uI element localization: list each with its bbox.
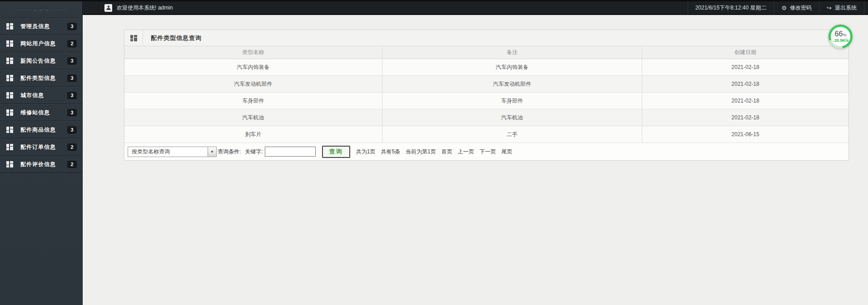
count-badge: 3 <box>67 23 77 30</box>
grid-icon <box>6 75 13 81</box>
count-badge: 3 <box>67 109 77 117</box>
sidebar-item-label: 配件评价信息 <box>20 161 67 168</box>
cell-note: 汽车内饰装备 <box>382 59 642 75</box>
prev-page-link[interactable]: 上一页 <box>458 148 474 156</box>
top-strip <box>0 0 868 1</box>
grid-icon <box>6 109 13 116</box>
download-speed-text: ↓20.5K/s <box>832 39 848 43</box>
cell-note: 车身部件 <box>382 93 642 109</box>
sidebar-item-part-products[interactable]: 配件商品信息 3 <box>0 121 82 138</box>
current-page-text: 当前为第1页 <box>406 148 436 156</box>
last-page-link[interactable]: 尾页 <box>501 148 512 156</box>
progress-percent: 66% <box>835 30 847 38</box>
cell-note: 汽车发动机部件 <box>382 76 642 92</box>
sidebar-item-news[interactable]: 新闻公告信息 3 <box>0 52 82 69</box>
column-header-type-name: 类型名称 <box>124 46 382 59</box>
count-badge: 3 <box>67 92 77 99</box>
handle-line <box>51 10 68 10</box>
cell-note: 二手 <box>382 126 642 143</box>
sidebar-item-repair-stations[interactable]: 维修站信息 3 <box>0 104 82 121</box>
sidebar-item-part-types[interactable]: 配件类型信息 3 <box>0 69 82 87</box>
sidebar-item-label: 维修站信息 <box>20 109 67 117</box>
panel-title: 配件类型信息查询 <box>143 34 202 42</box>
cell-type-name: 车身部件 <box>124 93 382 109</box>
change-password-label: 修改密码 <box>790 4 812 12</box>
cell-create-date: 2021-06-15 <box>642 126 848 143</box>
pagination: 共为1页 共有5条 当前为第1页 首页 上一页 下一页 尾页 <box>356 148 512 156</box>
progress-badge-inner: 66% ↓20.5K/s <box>831 27 850 46</box>
cell-type-name: 汽车发动机部件 <box>124 76 382 92</box>
cell-create-date: 2021-02-18 <box>642 76 848 92</box>
datetime-display: 2021/6/15下午8:12:40 星期二 <box>688 1 774 14</box>
dropdown-selected-value: 按类型名称查询 <box>128 148 208 156</box>
sidebar-item-label: 网站用户信息 <box>20 40 67 48</box>
grid-icon <box>6 40 13 47</box>
cell-type-name: 汽车内饰装备 <box>124 59 382 75</box>
cell-create-date: 2021-02-18 <box>642 109 848 126</box>
query-type-dropdown[interactable]: 按类型名称查询 ▼ <box>128 147 217 157</box>
topbar-spacer <box>864 1 868 14</box>
handle-line <box>15 10 31 10</box>
sidebar-item-label: 管理员信息 <box>20 23 67 30</box>
chevron-down-icon[interactable]: ▼ <box>208 147 216 157</box>
topbar-welcome-area: 欢迎使用本系统! admin <box>83 1 688 14</box>
sidebar-item-label: 配件类型信息 <box>20 74 67 82</box>
part-type-query-panel: 配件类型信息查询 类型名称 备注 创建日期 汽车内饰装备 汽车内饰装备 2021… <box>124 30 849 161</box>
welcome-text: 欢迎使用本系统! admin <box>117 4 173 12</box>
table-row: 车身部件 车身部件 2021-02-18 <box>124 93 848 109</box>
keyword-input[interactable] <box>265 147 316 157</box>
total-pages-text: 共为1页 <box>356 148 376 156</box>
table-header-row: 类型名称 备注 创建日期 <box>124 46 848 59</box>
sidebar-item-cities[interactable]: 城市信息 3 <box>0 87 82 104</box>
topbar-actions: 2021/6/15下午8:12:40 星期二 ⚙ 修改密码 ↪ 退出系统 <box>688 1 868 14</box>
table-body: 汽车内饰装备 汽车内饰装备 2021-02-18 汽车发动机部件 汽车发动机部件… <box>124 59 848 143</box>
next-page-link[interactable]: 下一页 <box>480 148 496 156</box>
search-button[interactable]: 查询 <box>322 146 350 158</box>
total-records-text: 共有5条 <box>381 148 400 156</box>
sidebar-menu: 管理员信息 3 网站用户信息 2 新闻公告信息 3 配件类型信息 3 城市信息 … <box>0 17 82 173</box>
query-toolbar: 按类型名称查询 ▼ 查询条件: 关键字: 查询 共为1页 共有5条 当前为第1页… <box>124 143 848 160</box>
logout-button[interactable]: ↪ 退出系统 <box>819 1 864 14</box>
panel-header: 配件类型信息查询 <box>124 30 848 46</box>
cell-type-name: 刹车片 <box>124 126 382 143</box>
first-page-link[interactable]: 首页 <box>441 148 452 156</box>
sidebar-collapse-handle[interactable] <box>0 2 82 17</box>
count-badge: 3 <box>67 74 77 82</box>
datetime-text: 2021/6/15下午8:12:40 星期二 <box>695 4 767 12</box>
cell-type-name: 汽车机油 <box>124 109 382 126</box>
sidebar-item-label: 城市信息 <box>20 92 67 99</box>
sidebar-item-admin-info[interactable]: 管理员信息 3 <box>0 18 82 35</box>
table-row: 汽车发动机部件 汽车发动机部件 2021-02-18 <box>124 76 848 93</box>
grid-icon <box>130 35 137 41</box>
logout-label: 退出系统 <box>835 4 857 12</box>
query-condition-label: 查询条件: <box>218 148 241 156</box>
count-badge: 2 <box>67 40 77 48</box>
table-row: 汽车机油 汽车机油 2021-02-18 <box>124 109 848 126</box>
count-badge: 2 <box>67 161 77 168</box>
sidebar-item-part-orders[interactable]: 配件订单信息 2 <box>0 138 82 156</box>
download-progress-badge[interactable]: 66% ↓20.5K/s <box>828 25 853 49</box>
sidebar-item-site-users[interactable]: 网站用户信息 2 <box>0 35 82 52</box>
grid-icon <box>6 58 13 64</box>
table-row: 刹车片 二手 2021-06-15 <box>124 126 848 143</box>
sidebar-item-label: 配件商品信息 <box>20 126 67 134</box>
handle-dot <box>34 8 37 11</box>
grid-icon <box>6 127 13 133</box>
column-header-note: 备注 <box>382 46 642 59</box>
keyword-label: 关键字: <box>245 148 263 156</box>
grid-icon <box>6 161 13 167</box>
grid-icon <box>6 144 13 150</box>
count-badge: 3 <box>67 57 77 65</box>
gear-icon: ⚙ <box>781 5 787 11</box>
sidebar-item-part-reviews[interactable]: 配件评价信息 2 <box>0 156 82 173</box>
cell-note: 汽车机油 <box>382 109 642 126</box>
sidebar-item-label: 配件订单信息 <box>20 143 67 151</box>
panel-icon-cell <box>124 30 143 46</box>
count-badge: 2 <box>67 143 77 151</box>
table-row: 汽车内饰装备 汽车内饰装备 2021-02-18 <box>124 59 848 76</box>
change-password-button[interactable]: ⚙ 修改密码 <box>774 1 819 14</box>
percent-sign: % <box>843 33 846 37</box>
topbar: 欢迎使用本系统! admin 2021/6/15下午8:12:40 星期二 ⚙ … <box>83 1 868 15</box>
user-icon <box>104 4 112 12</box>
handle-dot <box>40 8 43 11</box>
